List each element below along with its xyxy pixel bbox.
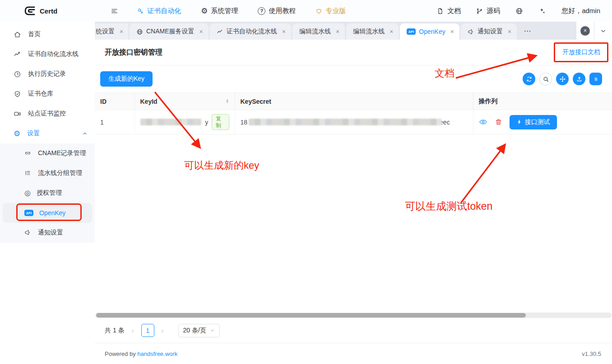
masked-keysecret: [249, 119, 442, 125]
tab-label: CNAME服务设置: [146, 28, 195, 36]
nav-pro-edition[interactable]: 专业版: [315, 7, 346, 15]
sidebar-item-cname-records[interactable]: CNAME记录管理: [0, 143, 95, 163]
export-icon: [576, 76, 583, 83]
git-branch-icon: [476, 8, 483, 14]
tab-label: OpenKey: [419, 28, 445, 35]
megaphone-icon: [468, 28, 474, 35]
sidebar-item-auth-manage[interactable]: ◎ 授权管理: [0, 183, 95, 203]
sidebar-item-site-monitor[interactable]: 站点证书监控: [0, 104, 95, 124]
powered-by-text: Powered by handsfree.work: [105, 350, 177, 357]
close-icon[interactable]: ×: [336, 28, 339, 35]
settings-submenu: CNAME记录管理 流水线分组管理 ◎ 授权管理 API OpenKey 通知设…: [0, 143, 95, 243]
sidebar-label: 通知设置: [38, 229, 63, 237]
sidebar-label: 站点证书监控: [28, 110, 66, 118]
sidebar-item-cert-repo[interactable]: 证书仓库: [0, 84, 95, 104]
tab-system-settings[interactable]: 统设置 ×: [95, 23, 128, 40]
search-icon: [542, 76, 549, 83]
tab-edit-pipeline-2[interactable]: 编辑流水线 ×: [346, 23, 399, 40]
export-button[interactable]: [573, 73, 585, 85]
search-button[interactable]: [539, 73, 552, 85]
brand[interactable]: Certd: [24, 5, 57, 17]
nav-system-manage[interactable]: ⚙ 系统管理: [201, 7, 238, 15]
tab-openkey[interactable]: API OpenKey ×: [400, 23, 459, 40]
toolbar-actions: [523, 73, 602, 85]
top-nav: 证书自动化 ⚙ 系统管理 ? 使用教程 专业版: [137, 7, 346, 15]
nav-tutorial[interactable]: ? 使用教程: [258, 7, 296, 15]
sidebar-label: 首页: [28, 30, 41, 38]
close-icon[interactable]: ×: [389, 28, 393, 35]
delete-button[interactable]: [495, 118, 502, 126]
close-icon[interactable]: ×: [120, 28, 123, 35]
sidebar: 首页 证书自动化流水线 执行历史记录 证书仓库 站点证书监控 ⚙ 设置: [0, 22, 95, 364]
sort-icon[interactable]: ▲▼: [226, 99, 229, 104]
close-icon[interactable]: ×: [199, 28, 203, 35]
document-icon: [437, 8, 444, 14]
target-icon: ◎: [24, 189, 31, 197]
tab-cname-service[interactable]: CNAME服务设置 ×: [130, 23, 209, 40]
shield-check-icon: [14, 90, 21, 98]
open-api-doc-link[interactable]: 开放接口文档: [562, 48, 600, 56]
more-tabs-icon[interactable]: ⋯: [518, 27, 538, 35]
close-all-tabs-button[interactable]: ×: [576, 22, 594, 40]
sidebar-item-home[interactable]: 首页: [0, 24, 95, 44]
tab-notification-settings[interactable]: 通知设置 ×: [461, 23, 517, 40]
link-docs[interactable]: 文档: [437, 7, 461, 15]
api-test-button[interactable]: 接口测试: [510, 115, 557, 129]
col-header-keyid: KeyId ▲▼: [134, 93, 235, 110]
list-icon: [24, 170, 32, 177]
refresh-icon: [526, 76, 533, 83]
close-icon[interactable]: ×: [450, 28, 454, 35]
tab-edit-pipeline-1[interactable]: 编辑流水线 ×: [292, 23, 345, 40]
copy-tag-button[interactable]: 复制: [212, 114, 229, 130]
close-circle-icon: ×: [580, 26, 590, 36]
scrollbar-thumb[interactable]: [96, 313, 526, 318]
masked-keyid: [140, 119, 202, 125]
page-number-button[interactable]: 1: [141, 324, 154, 337]
sidebar-item-pipeline-groups[interactable]: 流水线分组管理: [0, 163, 95, 183]
sidebar-item-history[interactable]: 执行历史记录: [0, 64, 95, 84]
page-size-select[interactable]: 20 条/页: [178, 324, 220, 337]
close-icon[interactable]: ×: [282, 28, 286, 35]
version-text: v1.30.5: [582, 350, 601, 357]
link-label: 文档: [447, 7, 461, 15]
sidebar-label: 证书仓库: [28, 90, 53, 98]
sidebar-item-pipelines[interactable]: 证书自动化流水线: [0, 44, 95, 64]
page-header: 开放接口密钥管理 开放接口文档: [95, 40, 612, 65]
sidebar-item-notification[interactable]: 通知设置: [0, 223, 95, 243]
close-icon[interactable]: ×: [508, 28, 511, 35]
trend-line-icon: [14, 51, 21, 58]
link-source-code[interactable]: 源码: [476, 7, 500, 15]
refresh-button[interactable]: [523, 73, 535, 85]
generate-key-button[interactable]: 生成新的Key: [100, 71, 153, 87]
eye-icon: [479, 118, 487, 126]
sparkles-icon[interactable]: [538, 7, 546, 15]
columns-settings-button[interactable]: [589, 73, 602, 85]
globe-icon: [136, 28, 143, 35]
cell-id: 1: [95, 110, 134, 134]
col-header-actions: 操作列: [473, 93, 612, 110]
tab-list-dropdown-button[interactable]: [594, 22, 612, 40]
collapse-menu-icon[interactable]: [111, 7, 118, 15]
handsfree-link[interactable]: handsfree.work: [137, 350, 177, 357]
horizontal-scrollbar[interactable]: [95, 313, 612, 318]
sidebar-label: OpenKey: [39, 209, 65, 217]
sidebar-item-openkey[interactable]: API OpenKey: [3, 203, 92, 223]
top-header: Certd 证书自动化 ⚙ 系统管理 ? 使用教程: [0, 0, 612, 22]
table-row: 1 y 复制 18: [95, 110, 612, 134]
sidebar-label: CNAME记录管理: [38, 149, 86, 157]
compact-mode-button[interactable]: [556, 73, 569, 85]
next-page-button[interactable]: ›: [160, 327, 166, 334]
nav-label: 证书自动化: [147, 7, 181, 15]
tab-cert-pipelines[interactable]: 证书自动化流水线 ×: [210, 23, 291, 40]
view-button[interactable]: [479, 118, 487, 126]
prev-page-button[interactable]: ‹: [130, 327, 136, 334]
col-header-id: ID: [95, 93, 134, 110]
globe-icon[interactable]: [515, 7, 523, 15]
page-title: 开放接口密钥管理: [105, 48, 162, 57]
page-footer: Powered by handsfree.work v1.30.5: [95, 343, 612, 364]
sidebar-item-settings[interactable]: ⚙ 设置: [0, 124, 95, 143]
user-greeting[interactable]: 您好，admin: [561, 7, 600, 15]
sidebar-label: 流水线分组管理: [38, 169, 82, 177]
nav-cert-automation[interactable]: 证书自动化: [137, 7, 181, 15]
tab-label: 统设置: [96, 28, 115, 36]
